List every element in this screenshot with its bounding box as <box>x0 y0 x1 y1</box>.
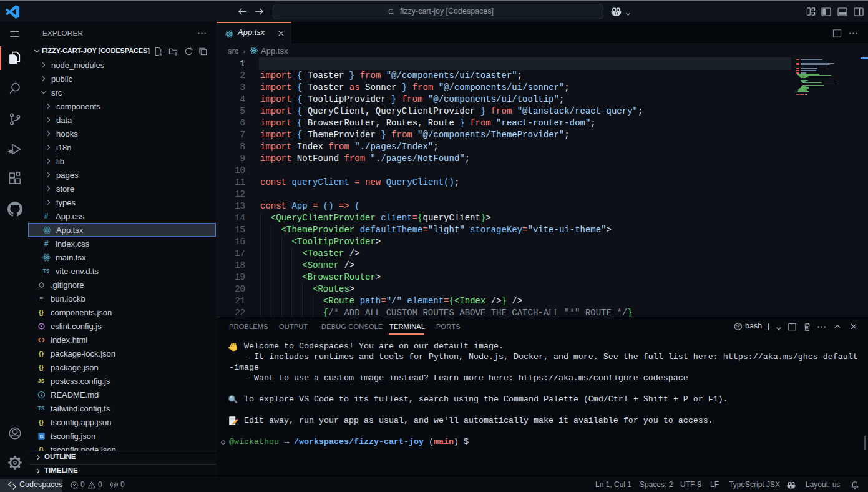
svg-text:ts: ts <box>39 434 43 438</box>
